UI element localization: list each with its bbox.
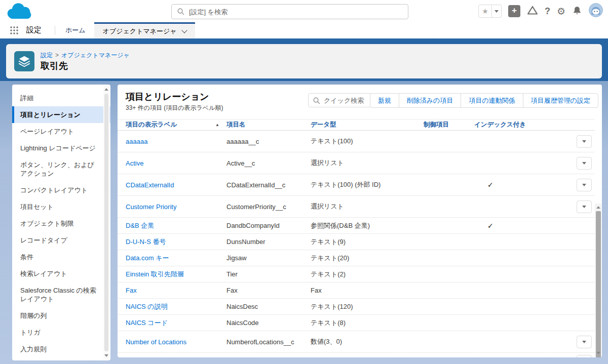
app-name-label: 設定 [26,25,42,35]
favorites-caret-icon[interactable] [492,5,502,18]
nav-tabs: ホームオブジェクトマネージャ [57,22,195,38]
field-history-tracking-button[interactable]: 項目履歴管理の設定 [523,93,598,108]
breadcrumb-separator: > [55,52,59,59]
column-header[interactable]: インデックス付き [474,120,556,129]
help-icon[interactable]: ? [545,6,550,17]
sidebar-item[interactable]: 項目とリレーション [12,106,110,123]
new-button[interactable]: 新規 [370,93,399,108]
global-search-input[interactable] [172,5,408,19]
field-label-link[interactable]: NAICS の説明 [126,302,226,311]
breadcrumb-link[interactable]: オブジェクトマネージャ [61,52,130,59]
field-api-name: NaicsCode [226,319,311,327]
column-header-label: 制御項目 [424,120,449,129]
sidebar-item[interactable]: 検索レイアウト [12,265,110,282]
tab-object-manager[interactable]: オブジェクトマネージャ [94,22,195,38]
column-header-label: 項目名 [226,120,246,129]
row-actions-button[interactable] [577,355,592,357]
field-data-type: テキスト(100) [311,137,424,146]
sidebar-item[interactable]: コンパクトレイアウト [12,182,110,198]
sort-ascending-icon: ▲ [215,123,219,127]
notifications-bell-icon[interactable] [572,6,582,17]
deleted-fields-button[interactable]: 削除済みの項目 [399,93,462,108]
tab-label: オブジェクトマネージャ [103,27,177,36]
sidebar-item[interactable]: ボタン、リンク、およびアクション [12,156,110,182]
field-label-link[interactable]: D&B 企業 [126,221,226,230]
field-label-link[interactable]: NAICS コード [126,318,226,328]
column-header[interactable]: 制御項目 [424,120,474,129]
sidebar-item[interactable]: Lightning レコードページ [12,140,110,156]
field-api-name: NumberofLocations__c [226,338,311,346]
field-api-name: Fax [226,287,311,294]
setup-gear-icon[interactable]: ⚙ [557,7,565,16]
app-launcher-icon[interactable] [10,26,19,37]
scrollbar-thumb[interactable] [596,211,601,357]
table-row: CDataExternalIdCDataExternalId__cテキスト(10… [118,174,595,196]
favorites-star-icon[interactable]: ★ [478,5,492,18]
sidebar-scrollbar[interactable] [103,86,109,359]
sidebar-item[interactable]: 項目セット [12,198,110,215]
sidebar-item-label: 条件 [20,253,33,261]
sidebar-item-label: 検索レイアウト [20,270,67,277]
row-actions-button[interactable] [577,200,592,213]
chevron-down-icon [582,162,586,165]
field-label-link[interactable]: CDataExternalId [126,181,226,189]
sidebar-item[interactable]: トリガ [12,324,110,341]
sidebar-item[interactable]: Salesforce Classic の検索レイアウト [12,282,110,307]
field-label-link[interactable]: Fax [126,287,226,294]
sidebar-nav: 詳細項目とリレーションページレイアウトLightning レコードページボタン、… [12,90,110,357]
scroll-down-icon[interactable] [104,354,108,357]
field-api-name: Tier [226,270,311,278]
sidebar-item[interactable]: オブジェクト制限 [12,215,110,232]
field-data-type: Fax [311,287,424,294]
column-header[interactable]: 項目の表示ラベル▲ [126,120,226,129]
sidebar-item-label: 項目セット [20,203,54,211]
panel-item-count: 33+ 件の項目 (項目の表示ラベル順) [126,104,223,112]
salesforce-cloud-logo[interactable] [5,1,33,23]
sidebar-item-label: 詳細 [20,94,33,102]
field-label-link[interactable]: Customer Priority [126,203,226,211]
scroll-up-icon[interactable] [596,206,600,209]
row-actions-button[interactable] [577,336,592,348]
indexed-check-icon: ✓ [487,222,493,230]
avatar[interactable] [589,3,603,19]
sidebar-item-label: Lightning レコードページ [20,144,96,152]
scroll-up-icon[interactable] [104,88,108,91]
scrollbar-thumb[interactable] [104,94,108,351]
row-actions-button[interactable] [577,135,592,148]
field-label-link[interactable]: D-U-N-S 番号 [126,237,226,247]
guidance-center-icon[interactable] [527,5,538,17]
global-search [171,4,408,19]
field-data-type: テキスト(8) [311,318,424,328]
add-icon[interactable]: + [508,5,520,17]
sidebar-item[interactable]: ページレイアウト [12,123,110,140]
row-actions-button[interactable] [577,157,592,170]
table-row: NAICS の説明NaicsDescテキスト(120) [118,299,595,315]
sidebar-item[interactable]: 入力規則 [12,341,110,357]
field-api-name: DandbCompanyId [226,222,311,229]
toolbar-buttons: 新規削除済みの項目項目の連動関係項目履歴管理の設定 [370,93,598,108]
field-label-link[interactable]: Number of Locations [126,338,226,346]
field-data-type: テキスト(120) [311,302,424,311]
row-actions-button[interactable] [577,179,592,191]
field-data-type: テキスト(2) [311,270,424,279]
column-header[interactable]: 項目名 [226,120,311,129]
sidebar-item[interactable]: レコードタイプ [12,232,110,249]
field-label-link[interactable]: aaaaaa [126,138,226,145]
field-label-link[interactable]: Active [126,159,226,167]
setup-nav-bar: 設定 ホームオブジェクトマネージャ [0,22,608,38]
sidebar-item[interactable]: 詳細 [12,90,110,106]
header-actions: ★ + ? ⚙ [478,0,603,22]
tab-home[interactable]: ホーム [57,22,94,38]
sidebar-item[interactable]: 条件 [12,249,110,265]
chevron-down-icon [181,27,187,33]
column-header[interactable]: データ型 [311,120,424,129]
breadcrumb-link[interactable]: 設定 [41,52,53,59]
field-dependencies-button[interactable]: 項目の連動関係 [461,93,523,108]
scroll-down-icon[interactable] [596,352,600,354]
indexed-check-icon: ✓ [487,181,493,189]
field-label-link[interactable]: Einstein 取引先階層 [126,270,226,279]
sidebar-item[interactable]: 階層の列 [12,307,110,324]
field-label-link[interactable]: Data.com キー [126,254,226,263]
table-scrollbar[interactable] [595,204,601,357]
panel-title: 項目とリレーション [126,91,209,103]
